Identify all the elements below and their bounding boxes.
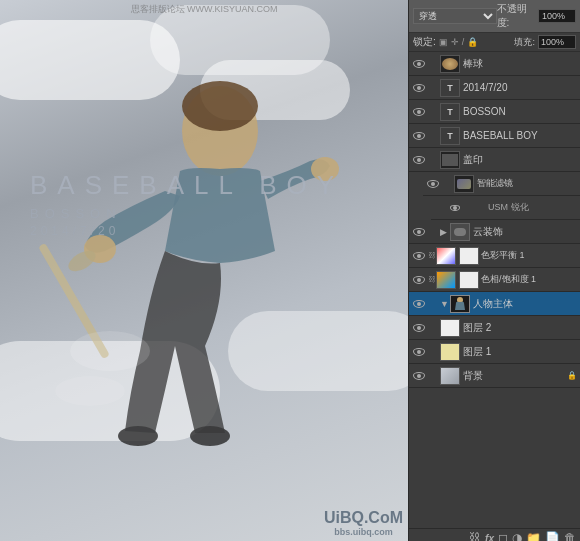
layer-item-usm[interactable]: USM 锐化	[431, 196, 580, 220]
layer-eye-baseball-boy[interactable]	[412, 129, 426, 143]
layer-item-clouds[interactable]: 云装饰	[409, 220, 580, 244]
layer-chain-hue-sat: ⛓	[428, 275, 436, 284]
lock-row: 锁定: ▣ ✛ / 🔒 填充:	[409, 33, 580, 52]
layer-item-smart-filter[interactable]: 智能滤镜	[423, 172, 580, 196]
layer-eye-clouds[interactable]	[412, 225, 426, 239]
layer-link-bosson	[428, 105, 438, 119]
layer-name-gaiyin: 盖印	[463, 153, 577, 167]
layer-name-bosson: BOSSON	[463, 106, 577, 117]
svg-point-1	[182, 81, 258, 131]
layer-name-person: 人物主体	[473, 297, 577, 311]
layer-eye-usm[interactable]	[448, 201, 462, 215]
canvas-area: BASEBALL BOY BOSSON 2014/7/20 思客排版论坛 WWW…	[0, 0, 408, 541]
svg-point-5	[190, 426, 230, 446]
layers-panel: 穿透 不透明度: 锁定: ▣ ✛ / 🔒 填充: 棒球 T	[408, 0, 580, 541]
layer-item-baseball-boy[interactable]: T BASEBALL BOY	[409, 124, 580, 148]
opacity-input[interactable]	[538, 9, 576, 23]
subtitle-date: 2014/7/20	[30, 224, 344, 238]
layer-link-person	[428, 297, 438, 311]
layer-item-bg[interactable]: 背景 🔒	[409, 364, 580, 388]
player-figure	[10, 51, 360, 541]
layer-item-date[interactable]: T 2014/7/20	[409, 76, 580, 100]
delete-icon[interactable]: 🗑	[564, 531, 576, 541]
group-arrow-clouds[interactable]	[440, 227, 450, 237]
group-arrow-person[interactable]	[440, 299, 450, 309]
canvas-title-area: BASEBALL BOY BOSSON 2014/7/20	[30, 170, 344, 238]
lock-move-icon[interactable]: ✛	[451, 37, 459, 47]
lock-square-icon[interactable]: ▣	[439, 37, 448, 47]
blend-mode-select[interactable]: 穿透	[413, 8, 497, 24]
layer-name-layer1: 图层 1	[463, 345, 577, 359]
layer-item-hue-sat[interactable]: ⛓ 色相/饱和度 1	[409, 268, 580, 292]
lock-brush-icon[interactable]: /	[462, 37, 465, 47]
layer-thumb-clouds	[450, 223, 470, 241]
adjustment-icon[interactable]: ◑	[512, 531, 522, 541]
new-layer-icon[interactable]: 📄	[545, 531, 560, 541]
layer-eye-layer2[interactable]	[412, 321, 426, 335]
layer-link-layer2	[428, 321, 438, 335]
layer-eye-date[interactable]	[412, 81, 426, 95]
layer-link-bg	[428, 369, 438, 383]
folder-icon[interactable]: 📁	[526, 531, 541, 541]
layer-thumb-date: T	[440, 79, 460, 97]
blend-opacity-row: 穿透 不透明度:	[409, 0, 580, 33]
layer-thumb-jingzhu	[440, 55, 460, 73]
layers-list: 棒球 T 2014/7/20 T BOSSON T BASEBALL BOY	[409, 52, 580, 528]
layer-thumb-bg	[440, 367, 460, 385]
layer-name-baseball-boy: BASEBALL BOY	[463, 130, 577, 141]
layer-eye-hue-sat[interactable]	[412, 273, 426, 287]
layer-thumb-layer2	[440, 319, 460, 337]
layer-thumb-layer1	[440, 343, 460, 361]
layer-item-layer1[interactable]: 图层 1	[409, 340, 580, 364]
bg-lock-icon: 🔒	[567, 371, 577, 380]
layer-thumb-person	[450, 295, 470, 313]
layer-name-date: 2014/7/20	[463, 82, 577, 93]
layer-eye-bosson[interactable]	[412, 105, 426, 119]
svg-point-8	[70, 331, 150, 371]
layer-item-gaiyin[interactable]: 盖印	[409, 148, 580, 172]
link-icon[interactable]: ⛓	[469, 531, 481, 541]
watermark-bottom: UiBQ.CoM bbs.uibq.com	[324, 509, 403, 537]
layer-link-jingzhu	[428, 57, 438, 71]
svg-point-4	[118, 426, 158, 446]
layer-eye-jingzhu[interactable]	[412, 57, 426, 71]
layer-eye-layer1[interactable]	[412, 345, 426, 359]
layer-item-bosson[interactable]: T BOSSON	[409, 100, 580, 124]
fill-input[interactable]	[538, 35, 576, 49]
fx-icon[interactable]: fx	[485, 533, 494, 542]
layer-link-clouds	[428, 225, 438, 239]
layer-thumb-hue-sat	[436, 271, 456, 289]
layer-name-hue-sat: 色相/饱和度 1	[481, 273, 577, 286]
main-title: BASEBALL BOY	[30, 170, 344, 201]
layer-item-jingzhu[interactable]: 棒球	[409, 52, 580, 76]
layer-thumb-smart-filter	[454, 175, 474, 193]
layer-item-color-balance[interactable]: ⛓ 色彩平衡 1	[409, 244, 580, 268]
layer-link-date	[428, 81, 438, 95]
lock-label: 锁定:	[413, 35, 436, 49]
layer-item-person[interactable]: 人物主体	[409, 292, 580, 316]
layer-link-baseball-boy	[428, 129, 438, 143]
layer-name-layer2: 图层 2	[463, 321, 577, 335]
layer-eye-bg[interactable]	[412, 369, 426, 383]
layer-thumb-gaiyin	[440, 151, 460, 169]
panel-bottom-icons: ⛓ fx ◻ ◑ 📁 📄 🗑	[409, 528, 580, 541]
layer-name-usm: USM 锐化	[488, 201, 577, 214]
layer-item-layer2[interactable]: 图层 2	[409, 316, 580, 340]
layer-name-bg: 背景	[463, 369, 567, 383]
layer-link-layer1	[428, 345, 438, 359]
layer-mask-hue-sat	[459, 271, 479, 289]
fill-label: 填充:	[514, 36, 535, 49]
opacity-label: 不透明度:	[497, 2, 536, 30]
layer-eye-smart-filter[interactable]	[426, 177, 440, 191]
layer-eye-color-balance[interactable]	[412, 249, 426, 263]
layer-name-smart-filter: 智能滤镜	[477, 177, 577, 190]
layer-name-jingzhu: 棒球	[463, 57, 577, 71]
layer-thumb-color-balance	[436, 247, 456, 265]
lock-all-icon[interactable]: 🔒	[467, 37, 478, 47]
mask-icon[interactable]: ◻	[498, 531, 508, 541]
svg-point-9	[55, 376, 125, 406]
layer-eye-gaiyin[interactable]	[412, 153, 426, 167]
layer-eye-person[interactable]	[412, 297, 426, 311]
layer-mask-color-balance	[459, 247, 479, 265]
layer-name-color-balance: 色彩平衡 1	[481, 249, 577, 262]
